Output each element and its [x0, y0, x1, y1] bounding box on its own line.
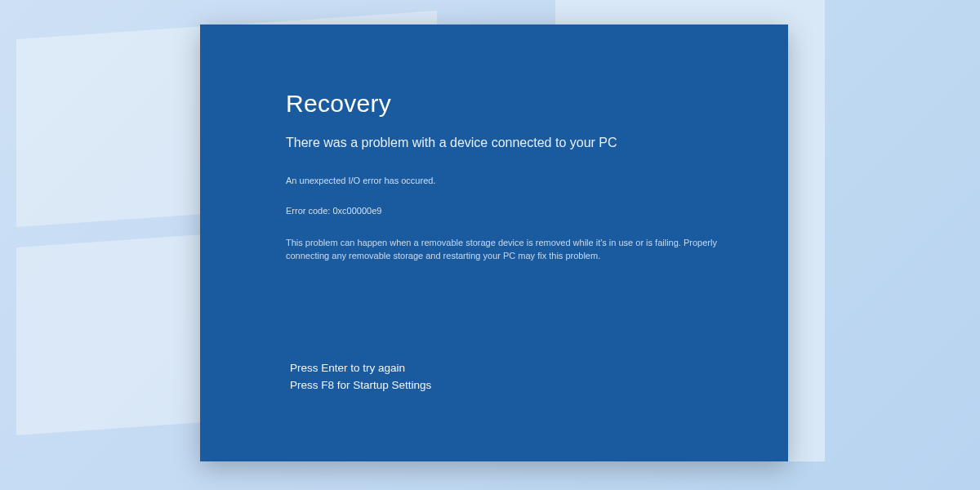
recovery-error-panel: Recovery There was a problem with a devi…	[200, 24, 788, 461]
instructions-block: Press Enter to try again Press F8 for St…	[290, 360, 431, 394]
instruction-startup-settings: Press F8 for Startup Settings	[290, 377, 431, 394]
recovery-title: Recovery	[286, 90, 743, 118]
error-code: Error code: 0xc00000e9	[286, 205, 743, 217]
recovery-subtitle: There was a problem with a device connec…	[286, 136, 743, 150]
error-message: An unexpected I/O error has occured.	[286, 175, 743, 187]
error-explanation: This problem can happen when a removable…	[286, 236, 727, 263]
instruction-retry: Press Enter to try again	[290, 360, 431, 377]
